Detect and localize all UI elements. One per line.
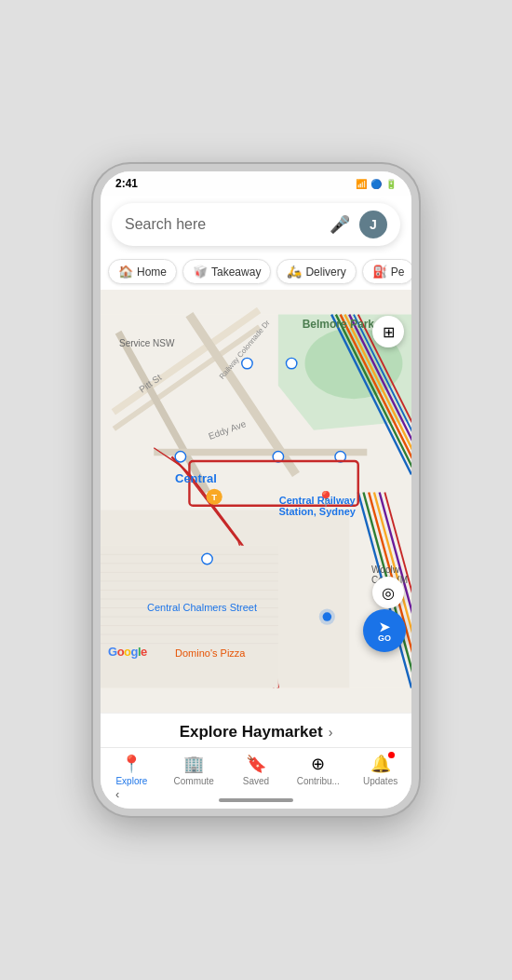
search-bar-container: Search here 🎤 J bbox=[101, 196, 411, 253]
svg-point-36 bbox=[175, 452, 185, 462]
network-icon: 📶 bbox=[356, 179, 367, 189]
explore-arrow-icon: › bbox=[329, 725, 333, 740]
contribute-nav-icon: ⊕ bbox=[311, 754, 325, 774]
location-icon: ◎ bbox=[382, 584, 395, 602]
explore-bar[interactable]: Explore Haymarket › bbox=[101, 713, 411, 747]
nav-saved-label: Saved bbox=[243, 776, 269, 786]
delivery-icon: 🛵 bbox=[287, 265, 302, 279]
map-container[interactable]: T Belmore Park Service NSW Pitt St Railw… bbox=[101, 290, 411, 713]
quick-action-delivery[interactable]: 🛵 Delivery bbox=[276, 259, 356, 284]
quick-action-takeaway-label: Takeaway bbox=[211, 265, 261, 279]
home-bar: ‹ bbox=[101, 794, 411, 809]
go-label: GO bbox=[378, 633, 391, 643]
wifi-icon: 🔵 bbox=[371, 179, 382, 189]
go-arrow-icon: ➤ bbox=[379, 619, 390, 634]
back-arrow-icon[interactable]: ‹ bbox=[115, 787, 119, 801]
home-indicator bbox=[219, 798, 293, 802]
svg-point-39 bbox=[202, 553, 212, 564]
quick-action-home-label: Home bbox=[137, 265, 167, 279]
saved-nav-icon: 🔖 bbox=[246, 754, 266, 774]
bottom-nav: 📍 Explore 🏢 Commute 🔖 Saved ⊕ Contribu..… bbox=[101, 747, 411, 794]
google-logo: Google bbox=[108, 645, 147, 659]
avatar[interactable]: J bbox=[359, 211, 387, 238]
quick-action-takeaway[interactable]: 🥡 Takeaway bbox=[182, 259, 271, 284]
layers-icon: ⊞ bbox=[383, 323, 395, 341]
nav-commute-label: Commute bbox=[174, 776, 214, 786]
nav-updates[interactable]: 🔔 Updates bbox=[349, 754, 411, 786]
battery-icon: 🔋 bbox=[385, 179, 397, 189]
quick-actions: 🏠 Home 🥡 Takeaway 🛵 Delivery ⛽ Pe bbox=[101, 253, 411, 290]
nav-commute[interactable]: 🏢 Commute bbox=[163, 754, 225, 786]
svg-text:T: T bbox=[211, 492, 217, 502]
quick-action-home[interactable]: 🏠 Home bbox=[108, 259, 177, 284]
central-railway-pin: 📍 bbox=[317, 490, 335, 508]
svg-point-44 bbox=[319, 608, 335, 624]
takeaway-icon: 🥡 bbox=[193, 265, 208, 279]
svg-point-34 bbox=[242, 358, 252, 368]
nav-contribute[interactable]: ⊕ Contribu... bbox=[287, 754, 349, 786]
dominos-label: Domino's Pizza bbox=[175, 647, 245, 659]
home-icon: 🏠 bbox=[118, 265, 133, 279]
mic-icon[interactable]: 🎤 bbox=[330, 214, 350, 235]
status-time: 2:41 bbox=[115, 177, 138, 190]
status-icons: 📶 🔵 🔋 bbox=[356, 179, 397, 189]
layers-button[interactable]: ⊞ bbox=[372, 316, 404, 347]
status-bar: 2:41 📶 🔵 🔋 bbox=[101, 171, 411, 196]
go-button[interactable]: ➤ GO bbox=[363, 609, 406, 652]
updates-nav-icon: 🔔 bbox=[371, 754, 391, 774]
phone-frame: 2:41 📶 🔵 🔋 Search here 🎤 J 🏠 Home 🥡 Take… bbox=[93, 164, 419, 816]
nav-explore[interactable]: 📍 Explore bbox=[101, 754, 163, 786]
quick-action-petrol[interactable]: ⛽ Pe bbox=[362, 259, 411, 284]
location-button[interactable]: ◎ bbox=[372, 577, 404, 608]
nav-updates-label: Updates bbox=[363, 776, 397, 786]
commute-nav-icon: 🏢 bbox=[183, 754, 204, 774]
nav-saved[interactable]: 🔖 Saved bbox=[225, 754, 288, 786]
nav-explore-label: Explore bbox=[115, 776, 147, 786]
search-placeholder: Search here bbox=[125, 216, 320, 233]
quick-action-petrol-label: Pe bbox=[391, 265, 405, 279]
nav-contribute-label: Contribu... bbox=[297, 776, 340, 786]
search-bar[interactable]: Search here 🎤 J bbox=[112, 203, 400, 246]
svg-point-35 bbox=[286, 358, 296, 368]
explore-nav-icon: 📍 bbox=[121, 754, 141, 774]
explore-title: Explore Haymarket bbox=[180, 723, 323, 742]
quick-action-delivery-label: Delivery bbox=[305, 265, 345, 279]
petrol-icon: ⛽ bbox=[372, 265, 387, 279]
